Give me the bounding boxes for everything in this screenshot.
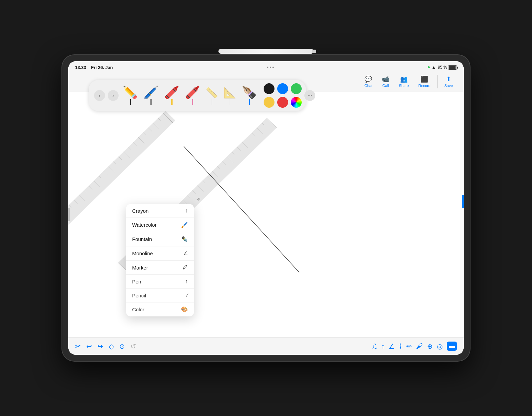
- save-label: Save: [444, 84, 453, 88]
- menu-icon-watercolor: 🖌️: [181, 222, 188, 228]
- color-black[interactable]: [264, 83, 274, 94]
- svg-line-57: [247, 137, 249, 140]
- menu-icon-marker: 🖍: [182, 264, 188, 271]
- menu-item-color[interactable]: Color 🎨: [126, 302, 194, 316]
- svg-line-9: [69, 205, 71, 207]
- menu-icon-crayon: ↑: [185, 208, 188, 214]
- context-menu: Crayon ↑ Watercolor 🖌️ Fountain ✒️ Monol…: [126, 204, 194, 316]
- ruler-tool-1[interactable]: 📏: [204, 86, 219, 105]
- menu-item-monoline[interactable]: Monoline ∠: [126, 246, 194, 261]
- menu-item-watercolor[interactable]: Watercolor 🖌️: [126, 218, 194, 232]
- battery-bar: [448, 65, 457, 70]
- color-yellow[interactable]: [264, 97, 274, 108]
- svg-line-24: [143, 133, 146, 135]
- lasso-icon[interactable]: ⊙: [119, 342, 125, 350]
- chat-icon: 💬: [365, 75, 372, 83]
- ruler-tool-2[interactable]: 📐: [222, 86, 237, 105]
- redo-icon[interactable]: ↪: [97, 342, 103, 350]
- svg-line-14: [94, 181, 100, 187]
- status-date: Fri 26. Jan: [91, 65, 113, 70]
- angle-icon[interactable]: ∠: [389, 342, 395, 350]
- toolbar-divider: [437, 75, 438, 88]
- menu-icon-pen: ↑: [185, 278, 188, 284]
- color-row-2: [264, 97, 302, 108]
- status-right: ▲ 95 %: [428, 65, 457, 70]
- svg-line-21: [128, 147, 131, 149]
- apple-pencil: [218, 49, 314, 54]
- color-green[interactable]: [291, 83, 302, 94]
- status-center-dots: [267, 67, 274, 68]
- pen-tool[interactable]: 🖊️: [142, 86, 160, 105]
- menu-icon-color: 🎨: [181, 306, 188, 313]
- svg-line-20: [123, 152, 129, 158]
- status-bar: 13.33 Fri 26. Jan ▲ 95 %: [68, 61, 464, 72]
- color-custom[interactable]: [291, 97, 302, 108]
- share-label: Share: [399, 84, 409, 88]
- pencil-tool[interactable]: ✏️: [121, 86, 139, 105]
- svg-line-63: [184, 146, 299, 272]
- svg-line-49: [207, 176, 211, 180]
- canvas-area[interactable]: 50: [68, 92, 464, 337]
- svg-line-51: [217, 166, 219, 169]
- battery-indicator: 95 %: [438, 65, 457, 70]
- calligraphy-icon[interactable]: ℒ: [372, 342, 377, 350]
- menu-item-fountain[interactable]: Fountain ✒️: [126, 232, 194, 246]
- pink-marker-tool[interactable]: 🖍️: [183, 86, 201, 105]
- save-icon: ⬆: [446, 75, 451, 83]
- chat-button[interactable]: 💬 Chat: [360, 73, 376, 90]
- undo-icon[interactable]: ↩: [86, 342, 92, 350]
- color-red[interactable]: [277, 97, 288, 108]
- svg-line-22: [133, 142, 137, 146]
- share-button[interactable]: 👥 Share: [395, 73, 413, 90]
- signal-icon: [428, 66, 430, 68]
- yellow-marker-tool[interactable]: 🖍️: [163, 86, 181, 105]
- menu-item-pencil[interactable]: Pencil ∕: [126, 289, 194, 302]
- pen-toolbar-forward[interactable]: ›: [108, 90, 119, 101]
- battery-fill: [449, 66, 456, 69]
- menu-item-pen[interactable]: Pen ↑: [126, 275, 194, 289]
- svg-line-16: [104, 171, 107, 175]
- pen-toolbar: ‹ › ✏️ 🖊️ 🖍️ 🖍️: [89, 80, 306, 111]
- layers-icon[interactable]: ▬: [447, 342, 457, 351]
- marker-bottom-icon[interactable]: ⌇: [399, 342, 402, 350]
- call-icon: 📹: [382, 75, 389, 83]
- ipad-screen: 13.33 Fri 26. Jan ▲ 95 %: [68, 61, 464, 355]
- fountain-bottom-icon[interactable]: ✏: [406, 342, 412, 350]
- menu-item-crayon[interactable]: Crayon ↑: [126, 204, 194, 218]
- menu-label-fountain: Fountain: [132, 236, 152, 242]
- svg-line-53: [227, 157, 233, 163]
- svg-line-60: [262, 123, 264, 125]
- bottom-right-tools: ℒ ↑ ∠ ⌇ ✏ 🖌 ⊕ ◎ ▬: [372, 342, 457, 351]
- svg-line-18: [113, 161, 116, 164]
- menu-icon-fountain: ✒️: [181, 236, 188, 242]
- svg-line-46: [192, 190, 196, 194]
- brush-bottom-icon[interactable]: 🖌: [416, 342, 423, 350]
- more-options-button[interactable]: ···: [304, 90, 315, 101]
- menu-label-watercolor: Watercolor: [132, 222, 157, 228]
- save-button[interactable]: ⬆ Save: [440, 73, 457, 90]
- action-disabled-icon: ↺: [130, 342, 136, 350]
- menu-label-crayon: Crayon: [132, 208, 148, 214]
- pen-toolbar-back[interactable]: ‹: [94, 90, 105, 101]
- record-label: Record: [418, 84, 430, 88]
- svg-line-59: [257, 128, 263, 134]
- toolbar-right: 💬 Chat 📹 Call 👥 Share ⬛ Record ⬆: [360, 73, 457, 90]
- svg-line-45: [188, 195, 190, 197]
- svg-line-13: [89, 186, 92, 189]
- call-button[interactable]: 📹 Call: [378, 73, 393, 90]
- eraser-icon[interactable]: ◇: [109, 342, 114, 350]
- palette-icon[interactable]: ◎: [437, 342, 443, 350]
- chat-label: Chat: [365, 84, 372, 88]
- nib-icon[interactable]: ↑: [381, 342, 385, 350]
- svg-line-28: [163, 113, 173, 123]
- scissors-icon[interactable]: ✂: [75, 342, 81, 350]
- svg-line-56: [242, 142, 248, 148]
- svg-line-54: [232, 152, 234, 154]
- color-blue[interactable]: [277, 83, 288, 94]
- svg-line-55: [237, 147, 241, 151]
- eyedropper-icon[interactable]: ⊕: [427, 342, 433, 350]
- menu-item-marker[interactable]: Marker 🖍: [126, 261, 194, 275]
- blue-pen-tool[interactable]: ✒️: [240, 86, 258, 105]
- menu-icon-monoline: ∠: [183, 250, 188, 257]
- record-button[interactable]: ⬛ Record: [414, 73, 434, 90]
